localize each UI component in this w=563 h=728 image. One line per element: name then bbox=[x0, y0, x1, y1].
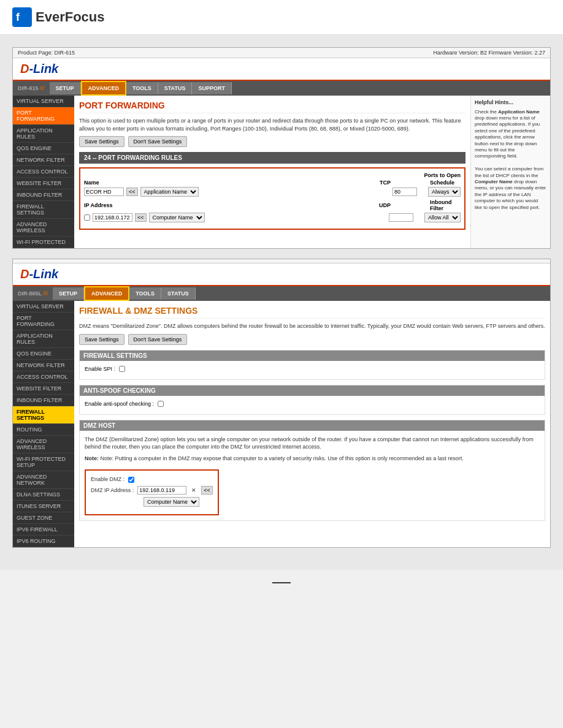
hints-title-1: Helpful Hints... bbox=[475, 99, 546, 107]
firewall-settings-header: FIREWALL SETTINGS bbox=[80, 351, 545, 361]
btn-row-1: Save Settings Don't Save Settings bbox=[79, 136, 465, 147]
dlink-brandbar-2: D-Link bbox=[13, 264, 550, 286]
logo: f EverFocus bbox=[12, 7, 551, 27]
hints-text-1: Check the Application Name drop down men… bbox=[475, 109, 546, 211]
sidebar-item-access-control-1[interactable]: ACCESS CONTROL bbox=[13, 166, 74, 178]
sidebar-item-dlna-settings-2[interactable]: DLNA SETTINGS bbox=[13, 489, 74, 501]
panel1-main-body: VIRTUAL SERVER PORT FORWARDING APPLICATI… bbox=[13, 96, 470, 248]
enable-antispoof-checkbox[interactable] bbox=[158, 401, 164, 407]
sidebar-item-app-rules-2[interactable]: APPLICATION RULES bbox=[13, 330, 74, 348]
logo-text: EverFocus bbox=[36, 9, 105, 25]
dlink-brandbar-1: D-Link bbox=[13, 58, 550, 81]
sidebar-item-wifi-protected-1[interactable]: WI-FI PROTECTED bbox=[13, 237, 74, 248]
col-ip-label: IP Address bbox=[84, 202, 121, 208]
dont-save-btn-2[interactable]: Don't Save Settings bbox=[128, 334, 188, 345]
sidebar-item-wifi-protected-setup-2[interactable]: WI-FI PROTECTED SETUP bbox=[13, 453, 74, 471]
antispoof-section: ANTI-SPOOF CHECKING Enable anti-spoof ch… bbox=[79, 385, 545, 415]
sidebar-item-virtual-server-2[interactable]: VIRTUAL SERVER bbox=[13, 301, 74, 313]
tab-status-1[interactable]: STATUS bbox=[158, 82, 193, 94]
pf-appname-select-1[interactable]: Application Name bbox=[140, 187, 199, 197]
firewall-settings-content: Enable SPI : bbox=[80, 361, 545, 379]
pf-tcp-input-1[interactable] bbox=[393, 188, 417, 196]
model-badge-1: DIR-615 /// bbox=[13, 82, 50, 94]
save-settings-btn-2[interactable]: Save Settings bbox=[79, 334, 124, 345]
pf-compname-select-1[interactable]: Computer Name bbox=[149, 213, 205, 222]
pf-udp-input-1[interactable] bbox=[389, 213, 413, 222]
panel-dir865l: D-Link DIR-865L /// SETUP ADVANCED TOOLS… bbox=[12, 259, 551, 548]
enable-dmz-checkbox[interactable] bbox=[128, 477, 134, 483]
tab-tools-1[interactable]: TOOLS bbox=[126, 82, 158, 94]
page-desc-1: This option is used to open multiple por… bbox=[79, 117, 465, 132]
panel1-content: PORT FORWARDING This option is used to o… bbox=[74, 96, 470, 248]
enable-antispoof-label: Enable anti-spoof checking : bbox=[85, 401, 154, 407]
sidebar-item-advanced-wireless-2[interactable]: ADVANCED WIRELESS bbox=[13, 436, 74, 453]
sidebar-item-routing-2[interactable]: ROUTING bbox=[13, 424, 74, 436]
sidebar-item-virtual-server-1[interactable]: VIRTUAL SERVER bbox=[13, 96, 74, 107]
sidebar-item-advanced-network-2[interactable]: ADVANCED NETWORK bbox=[13, 471, 74, 489]
sidebar-item-ipv6-routing-2[interactable]: IPV6 ROUTING bbox=[13, 536, 74, 547]
pf-schedule-select-1[interactable]: Always bbox=[428, 187, 461, 197]
tab-advanced-2[interactable]: ADVANCED bbox=[84, 286, 129, 301]
sidebar-item-inbound-filter-1[interactable]: INBOUND FILTER bbox=[13, 189, 74, 201]
pf-inbound-select-1[interactable]: Allow All bbox=[424, 213, 461, 222]
tab-status-2[interactable]: STATUS bbox=[161, 287, 196, 300]
sidebar-item-inbound-filter-2[interactable]: INBOUND FILTER bbox=[13, 395, 74, 406]
dont-save-btn-1[interactable]: Don't Save Settings bbox=[128, 136, 188, 147]
tab-setup-1[interactable]: SETUP bbox=[50, 82, 81, 94]
pf-ip-input-1[interactable] bbox=[93, 213, 132, 222]
pf-name-input-1[interactable] bbox=[84, 188, 124, 196]
dmz-compname-select[interactable]: Computer Name bbox=[144, 497, 199, 507]
panel1-body: VIRTUAL SERVER PORT FORWARDING APPLICATI… bbox=[13, 96, 550, 248]
enable-spi-row: Enable SPI : bbox=[85, 366, 540, 372]
tab-support-1[interactable]: SUPPORT bbox=[192, 82, 232, 94]
panel2-body: VIRTUAL SERVER PORT FORWARDING APPLICATI… bbox=[13, 301, 550, 547]
dmz-arrow-btn[interactable]: << bbox=[201, 486, 213, 495]
pf-arrow-btn-2[interactable]: << bbox=[135, 213, 147, 222]
enable-spi-checkbox[interactable] bbox=[119, 366, 125, 372]
sidebar-item-advanced-wireless-1[interactable]: ADVANCED WIRELESS bbox=[13, 219, 74, 237]
enable-dmz-row: Enable DMZ : bbox=[91, 476, 213, 483]
col-labels-row: IP Address UDP Inbound Filter bbox=[84, 199, 461, 211]
panel-dir615: Product Page: DIR-615 Hardware Version: … bbox=[12, 47, 551, 249]
dlink-logo-1: D-Link bbox=[20, 62, 543, 76]
sidebar-item-network-filter-2[interactable]: NETWORK FILTER bbox=[13, 360, 74, 371]
sidebar-item-firewall-settings-2[interactable]: FIREWALL SETTINGS bbox=[13, 406, 74, 424]
tab-advanced-1[interactable]: ADVANCED bbox=[81, 81, 126, 96]
dmz-form: Enable DMZ : DMZ IP Address : ✕ << bbox=[85, 469, 219, 515]
sidebar-item-qos-1[interactable]: QOS ENGINE bbox=[13, 143, 74, 154]
sidebar-item-network-filter-1[interactable]: NETWORK FILTER bbox=[13, 154, 74, 166]
everfocus-logo-icon: f bbox=[12, 7, 32, 27]
page-desc-2: DMZ means "Demilitarized Zone". DMZ allo… bbox=[79, 322, 545, 330]
sidebar-item-firewall-settings-1[interactable]: FIREWALL SETTINGS bbox=[13, 201, 74, 219]
sidebar-item-qos-2[interactable]: QOS ENGINE bbox=[13, 348, 74, 360]
dmz-host-header: DMZ HOST bbox=[80, 420, 545, 431]
dmz-ip-row: DMZ IP Address : ✕ << bbox=[91, 486, 213, 495]
save-settings-btn-1[interactable]: Save Settings bbox=[79, 136, 124, 147]
enable-antispoof-row: Enable anti-spoof checking : bbox=[85, 401, 540, 407]
enable-dmz-label: Enable DMZ : bbox=[91, 476, 124, 483]
tab-setup-2[interactable]: SETUP bbox=[53, 287, 84, 300]
dmz-ip-input[interactable] bbox=[137, 486, 186, 495]
sidebar-item-port-forwarding-2[interactable]: PORT FORWARDING bbox=[13, 313, 74, 330]
sidebar-item-guest-zone-2[interactable]: GUEST ZONE bbox=[13, 512, 74, 524]
pf-row-2: << Computer Name Allow All bbox=[84, 213, 461, 222]
sidebar-item-ipv6-firewall-2[interactable]: IPV6 FIREWALL bbox=[13, 524, 74, 536]
router-topbar-2 bbox=[13, 259, 550, 264]
nav-tabs-1: DIR-615 /// SETUP ADVANCED TOOLS STATUS … bbox=[13, 81, 550, 96]
sidebar-item-app-rules-1[interactable]: APPLICATION RULES bbox=[13, 125, 74, 143]
pf-checkbox-1[interactable] bbox=[84, 214, 90, 221]
pf-arrow-btn-1[interactable]: << bbox=[126, 188, 138, 196]
sidebar-item-website-filter-1[interactable]: WEBSITE FILTER bbox=[13, 178, 74, 189]
hints-panel-1: Helpful Hints... Check the Application N… bbox=[470, 96, 550, 248]
sidebar-item-port-forwarding-1[interactable]: PORT FORWARDING bbox=[13, 107, 74, 125]
router-topbar-1: Product Page: DIR-615 Hardware Version: … bbox=[13, 48, 550, 58]
product-page-label: Product Page: DIR-615 bbox=[18, 50, 75, 56]
svg-text:f: f bbox=[16, 11, 20, 23]
dmz-x-btn[interactable]: ✕ bbox=[190, 487, 197, 495]
page-header: f EverFocus bbox=[0, 0, 563, 35]
sidebar-item-website-filter-2[interactable]: WEBSITE FILTER bbox=[13, 383, 74, 395]
tab-tools-2[interactable]: TOOLS bbox=[129, 287, 161, 300]
sidebar-item-access-control-2[interactable]: ACCESS CONTROL bbox=[13, 371, 74, 383]
sidebar-item-itunes-server-2[interactable]: ITUNES SERVER bbox=[13, 501, 74, 512]
antispoof-header: ANTI-SPOOF CHECKING bbox=[80, 385, 545, 396]
